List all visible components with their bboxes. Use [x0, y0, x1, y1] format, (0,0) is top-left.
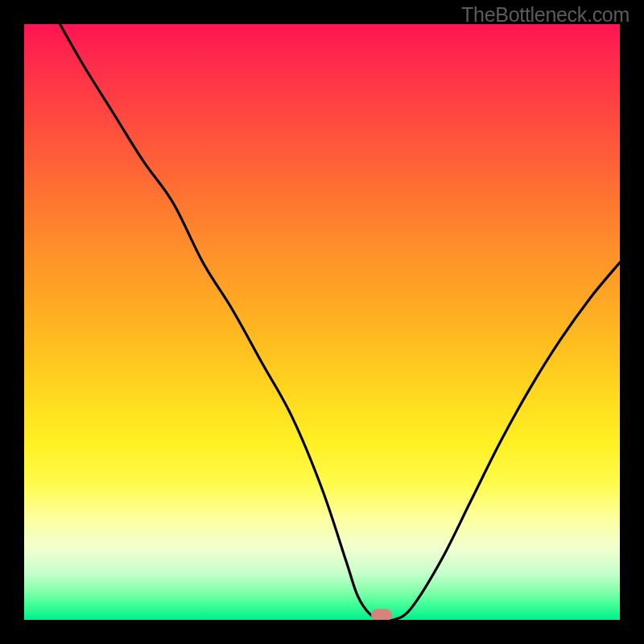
- watermark-text: TheBottleneck.com: [461, 3, 630, 27]
- bottleneck-curve-path: [60, 24, 620, 620]
- chart-plot-area: [24, 24, 620, 620]
- chart-curve-svg: [24, 24, 620, 620]
- optimum-marker: [371, 609, 392, 621]
